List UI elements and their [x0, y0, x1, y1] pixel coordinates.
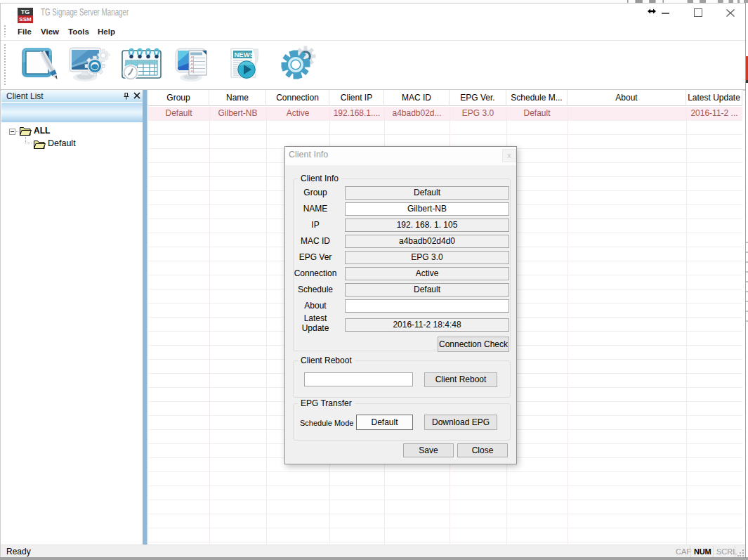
svg-text:NEWS: NEWS [235, 51, 255, 58]
